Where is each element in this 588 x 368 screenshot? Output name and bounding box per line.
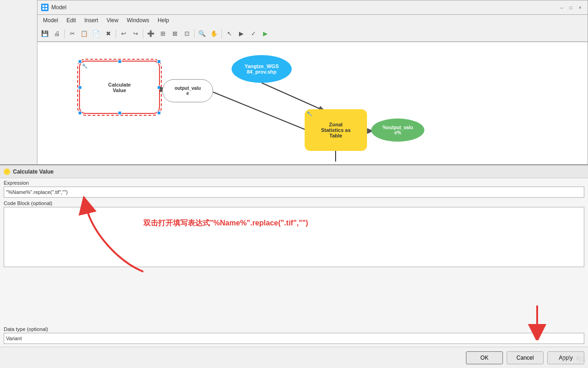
- expression-input[interactable]: [4, 187, 584, 198]
- expression-section: Expression: [0, 178, 588, 199]
- svg-line-6: [213, 92, 306, 130]
- handle-tl: [78, 60, 82, 63]
- title-bar: Model – □ ×: [37, 0, 588, 15]
- app-icon: [41, 4, 49, 11]
- menu-windows[interactable]: Windows: [123, 16, 153, 25]
- handle-bm: [118, 111, 122, 115]
- window-title: Model: [51, 4, 67, 11]
- maximize-button[interactable]: □: [567, 4, 575, 11]
- code-block-input[interactable]: [4, 207, 584, 267]
- handle-bl: [78, 111, 82, 115]
- calc-icon: 🔧: [82, 63, 87, 69]
- zonal-icon: 🔧: [306, 111, 312, 116]
- dialog-icon: ⚡: [4, 168, 10, 175]
- toolbar: 💾 🖨 ✂ 📋 📄 ✖ ↩ ↪ ➕ ⊞ ⊠ ⊡ 🔍 ✋ ↖ ▶ ✓ ▶: [37, 26, 588, 42]
- watermark: 知乎 · 司乙: [496, 349, 588, 368]
- minimize-button[interactable]: –: [558, 4, 565, 11]
- handle-br: [157, 111, 161, 115]
- tb-sep1: [64, 29, 65, 38]
- zonal-node[interactable]: 🔧 Zonal Statistics as Table: [305, 109, 367, 151]
- svg-rect-1: [45, 5, 47, 7]
- tb-delete[interactable]: ✖: [103, 28, 114, 39]
- tb-sep4: [194, 29, 195, 38]
- model-canvas[interactable]: 🔧 Calculate Value output_valu e Yangtze_…: [37, 42, 588, 167]
- tb-execute[interactable]: ▶: [260, 28, 271, 39]
- svg-rect-3: [45, 8, 47, 10]
- close-button[interactable]: ×: [576, 4, 584, 11]
- tb-sep5: [221, 29, 222, 38]
- output2-label: %output_valu e%: [383, 125, 413, 135]
- tb-copy[interactable]: 📋: [79, 28, 90, 39]
- handle-ml: [78, 86, 82, 89]
- menu-insert[interactable]: Insert: [80, 16, 102, 25]
- menu-model[interactable]: Model: [39, 16, 62, 25]
- zonal-label: Zonal Statistics as Table: [321, 122, 350, 138]
- data-type-input[interactable]: [4, 333, 584, 344]
- data-type-label: Data type (optional): [4, 326, 584, 332]
- dialog-title: Calculate Value: [13, 168, 54, 175]
- menu-edit[interactable]: Edit: [63, 16, 80, 25]
- yangtze-node[interactable]: Yangtze_WGS 84_prov.shp: [232, 55, 292, 83]
- data-type-section: Data type (optional): [0, 324, 588, 345]
- expression-label: Expression: [4, 180, 584, 186]
- yangtze-label: Yangtze_WGS 84_prov.shp: [245, 63, 279, 75]
- tb-grid3[interactable]: ⊡: [181, 28, 192, 39]
- tb-grid2[interactable]: ⊠: [169, 28, 180, 39]
- tb-print[interactable]: 🖨: [51, 28, 62, 39]
- handle-tr: [157, 60, 161, 63]
- menu-help[interactable]: Help: [154, 16, 173, 25]
- tb-zoom[interactable]: 🔍: [196, 28, 208, 39]
- tb-sep3: [143, 29, 143, 38]
- tb-validate[interactable]: ✓: [248, 28, 259, 39]
- handle-tm: [118, 60, 122, 63]
- calc-dialog: ⚡ Calculate Value Expression Code Block …: [0, 164, 588, 368]
- tb-grid1[interactable]: ⊞: [157, 28, 168, 39]
- tb-redo[interactable]: ↪: [130, 28, 141, 39]
- output-value-label: output_valu e: [175, 86, 201, 96]
- apply-arrow-svg: [523, 303, 551, 340]
- tb-undo[interactable]: ↩: [118, 28, 129, 39]
- menu-view[interactable]: View: [103, 16, 122, 25]
- tb-run[interactable]: ▶: [236, 28, 247, 39]
- tb-select[interactable]: ↖: [224, 28, 235, 39]
- tb-add[interactable]: ➕: [145, 28, 156, 39]
- tb-cut[interactable]: ✂: [67, 28, 78, 39]
- output2-node[interactable]: %output_valu e%: [371, 119, 424, 142]
- dialog-title-bar: ⚡ Calculate Value: [0, 165, 588, 178]
- output-value-node[interactable]: output_valu e: [162, 79, 213, 102]
- svg-rect-2: [43, 8, 44, 10]
- tb-save[interactable]: 💾: [39, 28, 50, 39]
- tb-pan[interactable]: ✋: [208, 28, 220, 39]
- svg-line-5: [262, 83, 324, 111]
- calc-value-node[interactable]: 🔧 Calculate Value: [79, 61, 160, 114]
- window-controls[interactable]: – □ ×: [558, 4, 584, 11]
- calc-value-label: Calculate Value: [108, 82, 131, 93]
- svg-rect-0: [43, 5, 44, 7]
- tb-paste[interactable]: 📄: [91, 28, 102, 39]
- menu-bar: Model Edit Insert View Windows Help: [37, 15, 588, 26]
- code-block-label: Code Block (optional): [4, 200, 584, 206]
- code-block-section: Code Block (optional): [0, 199, 588, 269]
- tb-sep2: [116, 29, 116, 38]
